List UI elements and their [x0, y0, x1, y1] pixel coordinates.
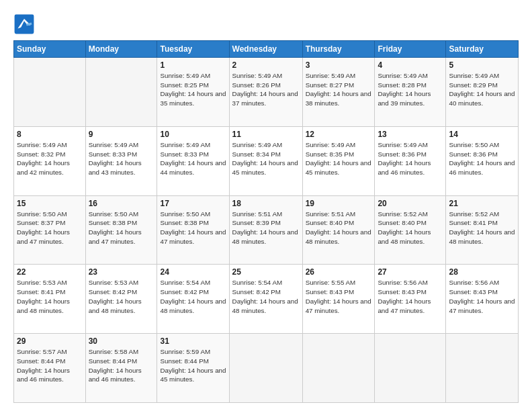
calendar-cell: 31 Sunrise: 5:59 AM Sunset: 8:44 PM Dayl… — [157, 334, 229, 403]
calendar-cell — [302, 334, 375, 403]
day-info: Sunrise: 5:56 AM Sunset: 8:43 PM Dayligh… — [378, 278, 443, 315]
day-number: 25 — [232, 267, 300, 277]
calendar-cell: 19 Sunrise: 5:51 AM Sunset: 8:40 PM Dayl… — [302, 195, 375, 265]
day-info: Sunrise: 5:50 AM Sunset: 8:38 PM Dayligh… — [89, 210, 154, 246]
day-info: Sunrise: 5:49 AM Sunset: 8:34 PM Dayligh… — [232, 140, 300, 177]
calendar-cell: 14 Sunrise: 5:50 AM Sunset: 8:36 PM Dayl… — [446, 126, 519, 195]
calendar-cell: 1 Sunrise: 5:49 AM Sunset: 8:25 PM Dayli… — [157, 58, 229, 127]
calendar-cell: 16 Sunrise: 5:50 AM Sunset: 8:38 PM Dayl… — [85, 195, 157, 265]
calendar-cell: 30 Sunrise: 5:58 AM Sunset: 8:44 PM Dayl… — [85, 334, 157, 403]
calendar-cell: 12 Sunrise: 5:49 AM Sunset: 8:35 PM Dayl… — [302, 126, 375, 195]
calendar-cell: 17 Sunrise: 5:50 AM Sunset: 8:38 PM Dayl… — [157, 195, 229, 265]
page: SundayMondayTuesdayWednesdayThursdayFrid… — [0, 0, 532, 411]
calendar-week-2: 8 Sunrise: 5:49 AM Sunset: 8:32 PM Dayli… — [14, 126, 519, 195]
day-info: Sunrise: 5:55 AM Sunset: 8:43 PM Dayligh… — [306, 278, 372, 315]
day-number: 14 — [449, 130, 515, 139]
day-number: 15 — [17, 199, 83, 208]
day-info: Sunrise: 5:49 AM Sunset: 8:32 PM Dayligh… — [17, 140, 83, 177]
calendar-cell: 5 Sunrise: 5:49 AM Sunset: 8:29 PM Dayli… — [446, 58, 519, 127]
day-number: 23 — [89, 267, 154, 277]
day-header-saturday: Saturday — [446, 41, 519, 58]
calendar-cell: 23 Sunrise: 5:53 AM Sunset: 8:42 PM Dayl… — [85, 265, 157, 334]
day-info: Sunrise: 5:50 AM Sunset: 8:37 PM Dayligh… — [17, 210, 83, 246]
calendar-cell: 24 Sunrise: 5:54 AM Sunset: 8:42 PM Dayl… — [157, 265, 229, 334]
calendar-cell: 15 Sunrise: 5:50 AM Sunset: 8:37 PM Dayl… — [14, 195, 86, 265]
day-info: Sunrise: 5:51 AM Sunset: 8:40 PM Dayligh… — [306, 210, 372, 246]
day-header-sunday: Sunday — [14, 41, 86, 58]
day-number: 30 — [89, 336, 154, 346]
calendar-cell: 4 Sunrise: 5:49 AM Sunset: 8:28 PM Dayli… — [375, 58, 446, 127]
day-number: 22 — [17, 267, 83, 277]
calendar-cell: 18 Sunrise: 5:51 AM Sunset: 8:39 PM Dayl… — [229, 195, 302, 265]
day-header-friday: Friday — [375, 41, 446, 58]
day-number: 26 — [306, 267, 372, 277]
calendar-cell: 13 Sunrise: 5:49 AM Sunset: 8:36 PM Dayl… — [375, 126, 446, 195]
day-header-tuesday: Tuesday — [157, 41, 229, 58]
calendar-cell: 26 Sunrise: 5:55 AM Sunset: 8:43 PM Dayl… — [302, 265, 375, 334]
day-number: 12 — [306, 130, 372, 139]
day-info: Sunrise: 5:52 AM Sunset: 8:40 PM Dayligh… — [378, 210, 443, 246]
calendar-cell: 3 Sunrise: 5:49 AM Sunset: 8:27 PM Dayli… — [302, 58, 375, 127]
day-number: 28 — [449, 267, 515, 277]
day-info: Sunrise: 5:52 AM Sunset: 8:41 PM Dayligh… — [449, 210, 515, 246]
calendar-cell — [14, 58, 86, 127]
day-info: Sunrise: 5:53 AM Sunset: 8:42 PM Dayligh… — [89, 278, 154, 315]
day-number: 3 — [306, 60, 372, 70]
day-info: Sunrise: 5:59 AM Sunset: 8:44 PM Dayligh… — [160, 347, 226, 384]
calendar-cell — [85, 58, 157, 127]
day-number: 8 — [17, 130, 83, 139]
day-number: 5 — [449, 60, 515, 70]
day-info: Sunrise: 5:49 AM Sunset: 8:27 PM Dayligh… — [306, 71, 372, 108]
calendar-cell: 20 Sunrise: 5:52 AM Sunset: 8:40 PM Dayl… — [375, 195, 446, 265]
day-header-wednesday: Wednesday — [229, 41, 302, 58]
day-info: Sunrise: 5:49 AM Sunset: 8:28 PM Dayligh… — [378, 71, 443, 108]
calendar-cell — [375, 334, 446, 403]
calendar-table: SundayMondayTuesdayWednesdayThursdayFrid… — [13, 40, 519, 403]
calendar-cell: 21 Sunrise: 5:52 AM Sunset: 8:41 PM Dayl… — [446, 195, 519, 265]
day-info: Sunrise: 5:50 AM Sunset: 8:36 PM Dayligh… — [449, 140, 515, 177]
day-number: 1 — [160, 60, 226, 70]
day-info: Sunrise: 5:49 AM Sunset: 8:25 PM Dayligh… — [160, 71, 226, 108]
calendar-cell: 8 Sunrise: 5:49 AM Sunset: 8:32 PM Dayli… — [14, 126, 86, 195]
calendar-cell — [446, 334, 519, 403]
day-number: 9 — [89, 130, 154, 139]
calendar-cell: 25 Sunrise: 5:54 AM Sunset: 8:42 PM Dayl… — [229, 265, 302, 334]
day-number: 17 — [160, 199, 226, 208]
calendar-cell: 11 Sunrise: 5:49 AM Sunset: 8:34 PM Dayl… — [229, 126, 302, 195]
calendar-cell: 27 Sunrise: 5:56 AM Sunset: 8:43 PM Dayl… — [375, 265, 446, 334]
header — [13, 11, 519, 35]
calendar-week-5: 29 Sunrise: 5:57 AM Sunset: 8:44 PM Dayl… — [14, 334, 519, 403]
day-number: 29 — [17, 336, 83, 346]
logo-icon — [13, 13, 35, 35]
day-header-thursday: Thursday — [302, 41, 375, 58]
calendar-cell — [229, 334, 302, 403]
day-number: 24 — [160, 267, 226, 277]
day-info: Sunrise: 5:56 AM Sunset: 8:43 PM Dayligh… — [449, 278, 515, 315]
calendar-week-4: 22 Sunrise: 5:53 AM Sunset: 8:41 PM Dayl… — [14, 265, 519, 334]
day-number: 20 — [378, 199, 443, 208]
day-number: 31 — [160, 336, 226, 346]
calendar-cell: 22 Sunrise: 5:53 AM Sunset: 8:41 PM Dayl… — [14, 265, 86, 334]
day-info: Sunrise: 5:53 AM Sunset: 8:41 PM Dayligh… — [17, 278, 83, 315]
day-info: Sunrise: 5:51 AM Sunset: 8:39 PM Dayligh… — [232, 210, 300, 246]
logo — [13, 13, 38, 35]
day-info: Sunrise: 5:50 AM Sunset: 8:38 PM Dayligh… — [160, 210, 226, 246]
calendar-week-1: 1 Sunrise: 5:49 AM Sunset: 8:25 PM Dayli… — [14, 58, 519, 127]
day-info: Sunrise: 5:49 AM Sunset: 8:26 PM Dayligh… — [232, 71, 300, 108]
day-info: Sunrise: 5:49 AM Sunset: 8:35 PM Dayligh… — [306, 140, 372, 177]
day-info: Sunrise: 5:54 AM Sunset: 8:42 PM Dayligh… — [160, 278, 226, 315]
day-number: 2 — [232, 60, 300, 70]
day-info: Sunrise: 5:49 AM Sunset: 8:33 PM Dayligh… — [160, 140, 226, 177]
day-number: 16 — [89, 199, 154, 208]
day-number: 18 — [232, 199, 300, 208]
calendar-cell: 28 Sunrise: 5:56 AM Sunset: 8:43 PM Dayl… — [446, 265, 519, 334]
day-number: 21 — [449, 199, 515, 208]
day-header-monday: Monday — [85, 41, 157, 58]
day-info: Sunrise: 5:57 AM Sunset: 8:44 PM Dayligh… — [17, 347, 83, 384]
day-number: 4 — [378, 60, 443, 70]
day-number: 27 — [378, 267, 443, 277]
calendar-header-row: SundayMondayTuesdayWednesdayThursdayFrid… — [14, 41, 519, 58]
day-number: 19 — [306, 199, 372, 208]
calendar-week-3: 15 Sunrise: 5:50 AM Sunset: 8:37 PM Dayl… — [14, 195, 519, 265]
day-number: 13 — [378, 130, 443, 139]
